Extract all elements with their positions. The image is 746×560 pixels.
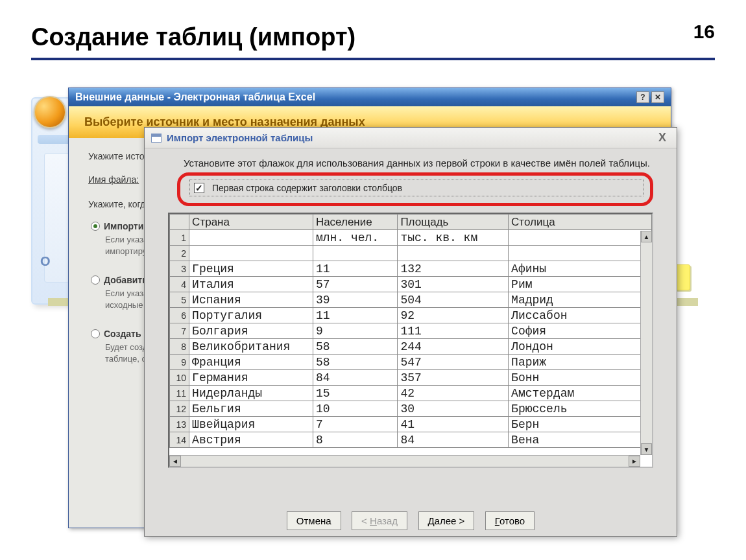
cell[interactable]: 9: [313, 323, 398, 339]
cell[interactable]: млн. чел.: [313, 230, 398, 246]
cell[interactable]: [313, 246, 398, 261]
first-row-headers-checkbox[interactable]: ✓: [194, 183, 204, 193]
cell[interactable]: Швейцария: [189, 417, 313, 432]
slide-number: 16: [693, 21, 715, 43]
cell[interactable]: Париж: [509, 355, 652, 370]
wizard-cancel-button[interactable]: Отмена: [287, 511, 341, 530]
cell[interactable]: Лиссабон: [509, 308, 652, 323]
cell[interactable]: Лондон: [509, 339, 652, 355]
column-header-2[interactable]: Площадь: [398, 215, 509, 230]
cell[interactable]: 547: [398, 355, 509, 370]
title-underline: [31, 58, 715, 60]
dlg1-title-text: Внешние данные - Электронная таблица Exc…: [75, 91, 315, 103]
cell[interactable]: 41: [398, 417, 509, 432]
wizard-next-button[interactable]: Далее >: [418, 511, 475, 530]
cell[interactable]: 84: [398, 432, 509, 448]
cell[interactable]: Австрия: [189, 432, 313, 448]
cell[interactable]: [509, 246, 652, 261]
radio-0[interactable]: [91, 222, 100, 231]
row-number[interactable]: 2: [170, 246, 189, 261]
cell[interactable]: Италия: [189, 277, 313, 292]
cell[interactable]: 132: [398, 261, 509, 277]
cell[interactable]: 58: [313, 339, 398, 355]
cell[interactable]: 15: [313, 386, 398, 401]
row-number[interactable]: 11: [170, 386, 189, 401]
cell[interactable]: Бонн: [509, 370, 652, 386]
horizontal-scrollbar[interactable]: ◄ ►: [169, 455, 640, 467]
cell[interactable]: 244: [398, 339, 509, 355]
cell[interactable]: Греция: [189, 261, 313, 277]
row-number[interactable]: 14: [170, 432, 189, 448]
cell[interactable]: Бельгия: [189, 401, 313, 417]
column-header-3[interactable]: Столица: [509, 215, 652, 230]
cell[interactable]: Берн: [509, 417, 652, 432]
row-number[interactable]: 10: [170, 370, 189, 386]
cell[interactable]: Великобритания: [189, 339, 313, 355]
row-number[interactable]: 3: [170, 261, 189, 277]
radio-1[interactable]: [91, 275, 100, 285]
row-number[interactable]: 7: [170, 323, 189, 339]
cell[interactable]: 11: [313, 261, 398, 277]
cell[interactable]: Мадрид: [509, 292, 652, 308]
wizard-finish-button[interactable]: Готово: [485, 511, 535, 530]
row-number[interactable]: 5: [170, 292, 189, 308]
cell[interactable]: 357: [398, 370, 509, 386]
cell[interactable]: Амстердам: [509, 386, 652, 401]
cell[interactable]: 111: [398, 323, 509, 339]
office-orb-icon[interactable]: [34, 96, 66, 128]
row-number[interactable]: 9: [170, 355, 189, 370]
cell[interactable]: [398, 246, 509, 261]
cell[interactable]: 39: [313, 292, 398, 308]
cell[interactable]: 92: [398, 308, 509, 323]
column-header-0[interactable]: Страна: [189, 215, 313, 230]
close-button[interactable]: ✕: [651, 91, 664, 103]
cell[interactable]: [509, 230, 652, 246]
cell[interactable]: Болгария: [189, 323, 313, 339]
radio-2[interactable]: [91, 329, 100, 338]
checkbox-label: Первая строка содержит заголовки столбцо…: [212, 183, 402, 193]
column-header-1[interactable]: Население: [313, 215, 398, 230]
cell[interactable]: Нидерланды: [189, 386, 313, 401]
row-number[interactable]: 12: [170, 401, 189, 417]
cell[interactable]: София: [509, 323, 652, 339]
cell[interactable]: 10: [313, 401, 398, 417]
cell[interactable]: 11: [313, 308, 398, 323]
cell[interactable]: [189, 246, 313, 261]
dlg1-titlebar[interactable]: Внешние данные - Электронная таблица Exc…: [69, 88, 671, 106]
cell[interactable]: 30: [398, 401, 509, 417]
cell[interactable]: тыс. кв. км: [398, 230, 509, 246]
cell[interactable]: Афины: [509, 261, 652, 277]
row-number[interactable]: 13: [170, 417, 189, 432]
cell[interactable]: Португалия: [189, 308, 313, 323]
scroll-up-icon[interactable]: ▲: [641, 231, 652, 242]
cell[interactable]: 7: [313, 417, 398, 432]
help-button[interactable]: ?: [636, 91, 649, 103]
cell[interactable]: Брюссель: [509, 401, 652, 417]
cell[interactable]: 58: [313, 355, 398, 370]
cell[interactable]: 8: [313, 432, 398, 448]
cell[interactable]: Германия: [189, 370, 313, 386]
cell[interactable]: [189, 230, 313, 246]
row-number[interactable]: 6: [170, 308, 189, 323]
dlg2-titlebar[interactable]: Импорт электронной таблицы X: [145, 128, 677, 148]
cell[interactable]: 301: [398, 277, 509, 292]
row-number[interactable]: 4: [170, 277, 189, 292]
letter-o: О: [40, 254, 51, 269]
scroll-right-icon[interactable]: ►: [629, 456, 640, 467]
scroll-left-icon[interactable]: ◄: [169, 456, 181, 467]
row-number[interactable]: 8: [170, 339, 189, 355]
cell[interactable]: 42: [398, 386, 509, 401]
cell[interactable]: 504: [398, 292, 509, 308]
cell[interactable]: Вена: [509, 432, 652, 448]
cell[interactable]: Испания: [189, 292, 313, 308]
cell[interactable]: 84: [313, 370, 398, 386]
cell[interactable]: Рим: [509, 277, 652, 292]
cell[interactable]: Франция: [189, 355, 313, 370]
vertical-scrollbar[interactable]: ▲ ▼: [640, 231, 652, 455]
cell[interactable]: 57: [313, 277, 398, 292]
row-number[interactable]: 1: [170, 230, 189, 246]
data-grid[interactable]: СтранаНаселениеПлощадьСтолица 1млн. чел.…: [168, 213, 653, 468]
scroll-down-icon[interactable]: ▼: [641, 443, 652, 455]
wizard-back-button[interactable]: < Назад: [352, 511, 407, 530]
close-icon[interactable]: X: [655, 131, 670, 145]
